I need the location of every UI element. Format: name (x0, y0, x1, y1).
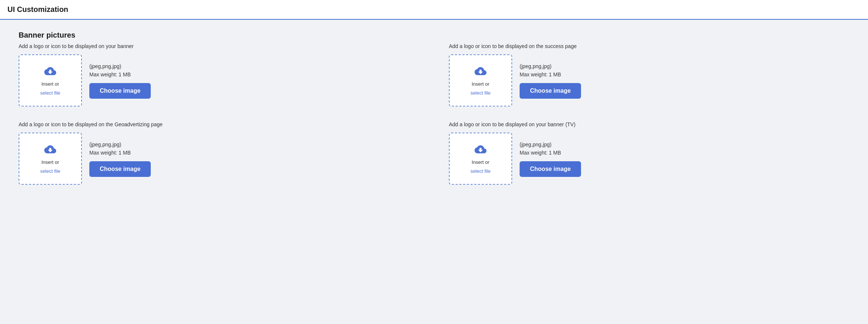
upload-item-success-page: Add a logo or icon to be displayed on th… (449, 43, 849, 107)
choose-image-button-geoadvertizing[interactable]: Choose image (89, 161, 151, 177)
upload-item-geoadvertizing: Add a logo or icon to be displayed on th… (19, 121, 419, 185)
dropzone-text-banner: Insert or (41, 81, 59, 88)
upload-row-banner: Insert or select file (jpeg,png,jpg)Max … (19, 54, 419, 107)
upload-info-geoadvertizing: (jpeg,png,jpg)Max weight: 1 MB Choose im… (89, 140, 151, 177)
upload-info-banner-tv: (jpeg,png,jpg)Max weight: 1 MB Choose im… (520, 140, 581, 177)
drop-zone-geoadvertizing[interactable]: Insert or select file (19, 133, 82, 185)
cloud-upload-icon (475, 143, 486, 157)
upload-row-geoadvertizing: Insert or select file (jpeg,png,jpg)Max … (19, 133, 419, 185)
choose-image-button-banner-tv[interactable]: Choose image (520, 161, 581, 177)
drop-zone-banner[interactable]: Insert or select file (19, 54, 82, 107)
upload-description-geoadvertizing: Add a logo or icon to be displayed on th… (19, 121, 419, 127)
select-file-link-banner[interactable]: select file (40, 90, 60, 96)
dropzone-text-success-page: Insert or (472, 81, 489, 88)
select-file-link-success-page[interactable]: select file (470, 90, 491, 96)
upload-description-success-page: Add a logo or icon to be displayed on th… (449, 43, 849, 49)
dropzone-text-geoadvertizing: Insert or (41, 159, 59, 166)
file-formats-success-page: (jpeg,png,jpg)Max weight: 1 MB (520, 62, 581, 79)
upload-info-banner: (jpeg,png,jpg)Max weight: 1 MB Choose im… (89, 62, 151, 99)
main-content: Banner pictures Add a logo or icon to be… (0, 20, 868, 196)
cloud-upload-icon (44, 143, 56, 157)
select-file-link-banner-tv[interactable]: select file (470, 168, 491, 174)
choose-image-button-success-page[interactable]: Choose image (520, 83, 581, 99)
drop-zone-success-page[interactable]: Insert or select file (449, 54, 512, 107)
drop-zone-banner-tv[interactable]: Insert or select file (449, 133, 512, 185)
file-formats-banner: (jpeg,png,jpg)Max weight: 1 MB (89, 62, 151, 79)
upload-item-banner-tv: Add a logo or icon to be displayed on yo… (449, 121, 849, 185)
cloud-upload-icon (44, 65, 56, 79)
upload-description-banner-tv: Add a logo or icon to be displayed on yo… (449, 121, 849, 127)
upload-row-success-page: Insert or select file (jpeg,png,jpg)Max … (449, 54, 849, 107)
file-formats-banner-tv: (jpeg,png,jpg)Max weight: 1 MB (520, 140, 581, 157)
dropzone-text-banner-tv: Insert or (472, 159, 489, 166)
choose-image-button-banner[interactable]: Choose image (89, 83, 151, 99)
upload-row-banner-tv: Insert or select file (jpeg,png,jpg)Max … (449, 133, 849, 185)
file-formats-geoadvertizing: (jpeg,png,jpg)Max weight: 1 MB (89, 140, 151, 157)
section-title: Banner pictures (19, 31, 849, 39)
cloud-upload-icon (475, 65, 486, 79)
page-title: UI Customization (7, 5, 68, 13)
page-header: UI Customization (0, 0, 868, 20)
upload-info-success-page: (jpeg,png,jpg)Max weight: 1 MB Choose im… (520, 62, 581, 99)
upload-grid: Add a logo or icon to be displayed on yo… (19, 43, 849, 185)
upload-description-banner: Add a logo or icon to be displayed on yo… (19, 43, 419, 49)
upload-item-banner: Add a logo or icon to be displayed on yo… (19, 43, 419, 107)
select-file-link-geoadvertizing[interactable]: select file (40, 168, 60, 174)
